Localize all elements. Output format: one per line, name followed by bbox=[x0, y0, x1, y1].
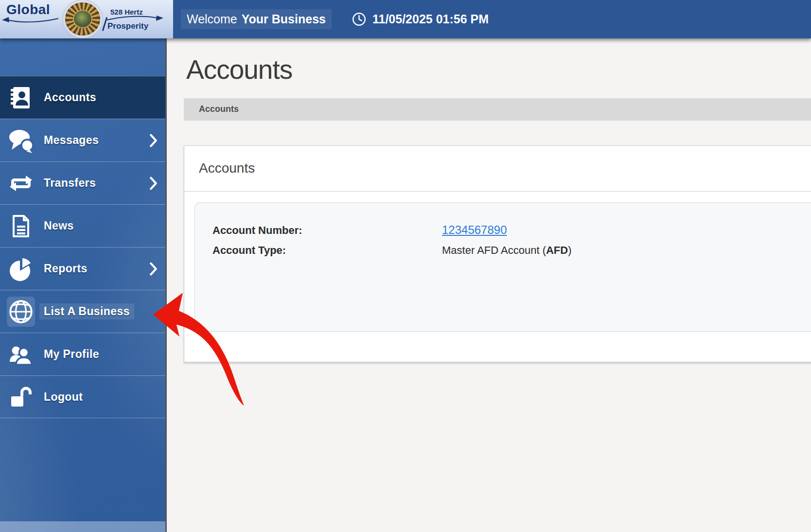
logo[interactable]: Global 528 Hertz Prosperity bbox=[0, 0, 173, 38]
sidebar-item-label: News bbox=[44, 219, 74, 232]
sidebar-item-transfers[interactable]: Transfers bbox=[0, 161, 165, 204]
sidebar-menu: Accounts Messages bbox=[0, 76, 165, 418]
panel-body: Account Number: 1234567890 Account Type:… bbox=[184, 192, 811, 362]
sidebar-item-label: Reports bbox=[44, 262, 88, 275]
logo-tagline-2: Prosperity bbox=[107, 21, 148, 31]
sidebar-item-reports[interactable]: Reports bbox=[0, 247, 165, 290]
sidebar-item-label: My Profile bbox=[44, 348, 99, 361]
clock-icon bbox=[352, 12, 366, 26]
chevron-right-icon bbox=[150, 262, 157, 275]
sidebar-item-label: Messages bbox=[44, 134, 99, 147]
chevron-right-icon bbox=[150, 134, 157, 147]
app-header: Global 528 Hertz Prosperity Welcome Your… bbox=[0, 0, 811, 38]
document-icon bbox=[7, 211, 35, 241]
breadcrumb-item: Accounts bbox=[199, 104, 239, 114]
account-number-label: Account Number: bbox=[212, 224, 442, 237]
panel-title: Accounts bbox=[184, 146, 811, 192]
header-datetime: 11/05/2025 01:56 PM bbox=[352, 12, 489, 26]
main-content: Accounts Accounts Accounts Account Numbe… bbox=[167, 38, 811, 532]
sidebar-item-label: Transfers bbox=[44, 177, 96, 190]
breadcrumb: Accounts bbox=[184, 98, 811, 121]
logo-swoosh-right-icon bbox=[106, 15, 163, 22]
account-card: Account Number: 1234567890 Account Type:… bbox=[194, 202, 811, 332]
logo-wordmark: Global bbox=[6, 2, 50, 18]
sidebar-item-my-profile[interactable]: My Profile bbox=[0, 333, 165, 375]
sidebar: Accounts Messages bbox=[0, 38, 167, 532]
users-icon bbox=[7, 339, 35, 370]
sidebar-item-label: List A Business bbox=[39, 303, 134, 319]
globe-emblem-icon bbox=[62, 0, 103, 38]
address-book-icon bbox=[7, 83, 35, 113]
account-type-value: Master AFD Account (AFD) bbox=[442, 244, 811, 257]
logo-swoosh-left-icon bbox=[2, 16, 59, 24]
datetime-text: 11/05/2025 01:56 PM bbox=[372, 12, 489, 26]
account-number-link[interactable]: 1234567890 bbox=[442, 223, 507, 237]
sidebar-item-messages[interactable]: Messages bbox=[0, 119, 165, 161]
business-name: Your Business bbox=[242, 12, 326, 26]
accounts-panel: Accounts Account Number: 1234567890 Acco… bbox=[184, 145, 811, 362]
globe-icon bbox=[7, 297, 35, 327]
sidebar-item-logout[interactable]: Logout bbox=[0, 375, 165, 418]
sidebar-item-label: Accounts bbox=[44, 91, 96, 104]
account-number-row: Account Number: 1234567890 bbox=[212, 223, 811, 237]
chat-bubbles-icon bbox=[7, 125, 35, 156]
sidebar-item-list-a-business[interactable]: List A Business bbox=[0, 290, 165, 333]
account-type-row: Account Type: Master AFD Account (AFD) bbox=[212, 244, 811, 257]
open-padlock-icon bbox=[7, 382, 35, 412]
welcome-message: Welcome Your Business bbox=[181, 9, 332, 29]
sidebar-item-label: Logout bbox=[44, 390, 83, 404]
page-title: Accounts bbox=[186, 53, 811, 87]
transfer-arrows-icon bbox=[7, 168, 35, 198]
sidebar-item-accounts[interactable]: Accounts bbox=[0, 76, 165, 119]
account-type-label: Account Type: bbox=[212, 244, 442, 257]
sidebar-item-news[interactable]: News bbox=[0, 204, 165, 247]
pie-chart-icon bbox=[7, 254, 35, 284]
chevron-right-icon bbox=[150, 177, 157, 190]
welcome-label: Welcome bbox=[187, 12, 237, 26]
